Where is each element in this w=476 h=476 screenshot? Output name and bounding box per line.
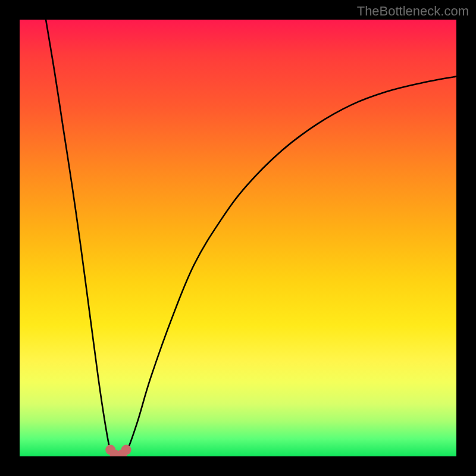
bottleneck-curve bbox=[46, 20, 456, 456]
chart-svg bbox=[20, 20, 456, 456]
valley-marker bbox=[121, 444, 131, 455]
attribution-text: TheBottleneck.com bbox=[357, 4, 469, 19]
plot-area bbox=[20, 20, 456, 456]
chart-frame: TheBottleneck.com bbox=[0, 0, 476, 476]
valley-markers bbox=[105, 444, 131, 456]
